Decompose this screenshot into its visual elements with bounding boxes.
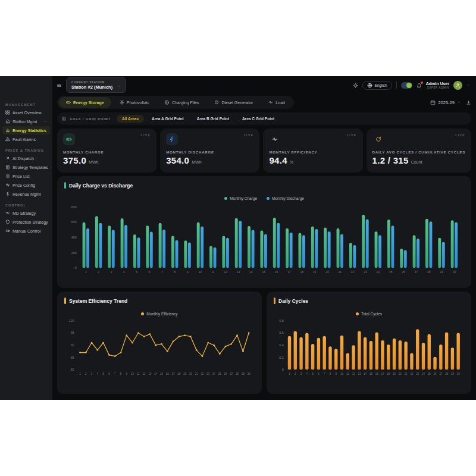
sidebar-item-price-config[interactable]: Price Config — [2, 181, 50, 189]
bar-day-10 — [201, 227, 203, 268]
theme-button[interactable] — [353, 83, 358, 88]
x-axis-tick: 14 — [249, 271, 253, 274]
point-day-18 — [178, 336, 180, 337]
x-axis-tick: 27 — [439, 372, 442, 375]
user-chevron-down-icon[interactable] — [466, 83, 470, 87]
kpi-cards: LIVEMONTHLY CHARGE375.0MWhLIVEMONTHLY DI… — [57, 129, 471, 173]
x-axis-tick: 7 — [114, 372, 116, 375]
hamburger-icon — [57, 83, 62, 88]
bar-day-16 — [273, 218, 276, 268]
tab-diesel-generator[interactable]: Diesel Generator — [207, 97, 260, 108]
menu-toggle-button[interactable] — [57, 83, 62, 88]
x-axis-tick: 9 — [126, 372, 128, 375]
sidebar-item-ai-dispatch[interactable]: AI Dispatch — [2, 154, 50, 162]
station-selector[interactable]: CURRENT STATION Station #2 (Munich) — [66, 77, 126, 93]
x-axis-tick: 10 — [199, 271, 202, 274]
chart-title-row: Daily Charge vs Discharge — [64, 182, 464, 189]
legend-item-monthly-charge[interactable]: Monthly Charge — [224, 196, 257, 201]
chart-title-row: System Efficiency Trend — [64, 298, 255, 304]
station-selector-texts: CURRENT STATION Station #2 (Munich) — [71, 81, 112, 90]
legend-dot — [224, 197, 227, 200]
live-badge: LIVE — [347, 133, 357, 137]
notifications-button[interactable] — [416, 83, 422, 88]
topbar-divider — [396, 82, 397, 89]
bar-day-20 — [399, 340, 402, 369]
sidebar-item-price-list[interactable]: Price List — [2, 172, 50, 180]
area-filter-label: AREA / GRID POINT — [70, 117, 111, 121]
bar-day-6 — [150, 232, 153, 268]
sidebar-item-fault-alarms[interactable]: Fault Alarms — [2, 135, 50, 143]
x-axis-tick: 3 — [111, 271, 112, 274]
point-day-10 — [131, 342, 133, 344]
bar-day-14 — [248, 226, 250, 268]
point-day-24 — [213, 345, 215, 346]
chart-title: Daily Cycles — [278, 298, 308, 304]
area-option-area-c-grid-point[interactable]: Area C Grid Point — [237, 115, 280, 123]
chart-title: Daily Charge vs Discharge — [69, 183, 133, 189]
tab-energy-storage[interactable]: Energy Storage — [59, 97, 111, 108]
x-axis-tick: 28 — [236, 372, 239, 375]
tab-label: Energy Storage — [73, 101, 104, 105]
bar-day-26 — [400, 249, 403, 268]
x-axis-tick: 11 — [211, 271, 214, 274]
point-day-25 — [219, 353, 221, 355]
x-axis-tick: 18 — [300, 271, 303, 274]
bar-day-26 — [404, 250, 407, 268]
y-axis-tick: 80 — [71, 368, 74, 371]
x-axis-tick: 21 — [339, 271, 342, 274]
bar-day-24 — [422, 343, 425, 369]
bar-day-29 — [442, 242, 445, 268]
x-axis-tick: 20 — [325, 271, 329, 274]
bar-day-17 — [381, 340, 384, 369]
x-axis-tick: 2 — [85, 372, 87, 375]
point-day-26 — [225, 346, 227, 347]
user-menu[interactable]: Admin User SUPER ADMIN — [426, 82, 449, 89]
legend-item-monthly-discharge[interactable]: Monthly Discharge — [267, 196, 304, 201]
bar-chart-daily-cycles: 00.20.40.60.8123456789101112131415161718… — [274, 316, 464, 377]
area-option-area-a-grid-point[interactable]: Area A Grid Point — [146, 115, 189, 123]
bar-day-24 — [378, 235, 381, 268]
tab-photovoltaic[interactable]: Photovoltaic — [112, 97, 156, 108]
y-axis-tick: 100 — [69, 319, 74, 322]
x-axis-tick: 15 — [369, 372, 372, 375]
tab-charging-piles[interactable]: Charging Piles — [158, 97, 206, 108]
area-option-area-b-grid-point[interactable]: Area B Grid Point — [192, 115, 234, 123]
sidebar-item-manual-control[interactable]: Manual Control — [2, 227, 50, 235]
tab-label: Load — [275, 101, 285, 105]
bar-day-3 — [112, 230, 115, 268]
tab-load[interactable]: Load — [261, 97, 292, 108]
language-selector[interactable]: English — [362, 81, 392, 90]
main-area: CURRENT STATION Station #2 (Munich) Engl… — [52, 76, 476, 400]
point-day-17 — [173, 341, 174, 343]
sidebar-item-revenue-mgmt[interactable]: Revenue Mgmt — [2, 190, 50, 198]
legend-item-monthly-efficiency[interactable]: Monthly Efficiency — [141, 312, 177, 316]
bar-day-6 — [146, 226, 149, 268]
list-icon — [5, 174, 10, 178]
sidebar-item-md-strategy[interactable]: MD Strategy — [2, 209, 50, 217]
kpi-unit: MWh — [89, 160, 98, 164]
sidebar-item-strategy-templates[interactable]: Strategy Templates — [2, 163, 50, 171]
sidebar-item-station-mgmt[interactable]: Station Mgmt — [2, 117, 50, 126]
point-day-6 — [108, 354, 110, 356]
bar-day-17 — [290, 233, 293, 268]
x-axis-tick: 23 — [416, 372, 419, 375]
point-day-8 — [120, 352, 122, 353]
sidebar-item-protection-strategy[interactable]: Protection Strategy — [2, 218, 50, 226]
avatar[interactable] — [453, 81, 462, 90]
x-axis-tick: 10 — [340, 372, 343, 375]
x-axis-tick: 6 — [108, 372, 110, 375]
daily-charge-discharge-card: Daily Charge vs Discharge Monthly Charge… — [57, 176, 471, 288]
legend-item-total-cycles[interactable]: Total Cycles — [356, 312, 382, 316]
x-axis-tick: 8 — [330, 372, 331, 375]
month-picker[interactable]: 2025-09 — [430, 100, 461, 105]
sidebar-item-energy-statistics[interactable]: Energy Statistics — [2, 126, 50, 134]
kpi-value: 1.2 / 315 — [372, 155, 409, 165]
export-button[interactable] — [466, 100, 471, 105]
bar-day-9 — [188, 242, 191, 268]
bar-day-11 — [214, 248, 217, 268]
tab-label: Diesel Generator — [221, 101, 253, 105]
sidebar-item-asset-overview[interactable]: Asset Overview — [2, 108, 50, 117]
theme-toggle[interactable] — [401, 82, 412, 89]
bar-day-15 — [260, 231, 263, 268]
area-option-all-areas[interactable]: All Areas — [117, 115, 144, 123]
